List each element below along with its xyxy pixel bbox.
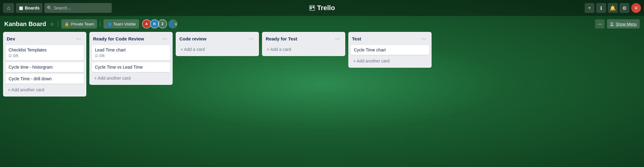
boards-button[interactable]: ▦ Boards [16,3,43,13]
show-menu-label: Show Menu [616,22,637,26]
card-c5[interactable]: Cycle Time vs Lead Time [92,62,170,72]
user-avatar[interactable]: U [631,3,641,13]
list-menu-ready-for-code-review[interactable]: ··· [161,35,169,43]
list-header-test: Test··· [351,34,429,43]
list-code-review: Code review···+ Add a card [176,32,259,56]
list-header-ready-for-test: Ready for Test··· [264,34,343,43]
search-input[interactable] [44,3,112,13]
home-button[interactable]: ⌂ [3,3,14,13]
add-card-inline-code-review[interactable]: + Add a card [178,45,256,54]
card-title-c6: Cycle Time chart [354,47,426,52]
member-count[interactable]: 2 [158,19,167,28]
info-button[interactable]: ℹ [596,3,606,13]
card-c4[interactable]: Lead Time chart☑0/6 [92,45,170,60]
visibility-label: Private Team [71,22,94,26]
list-header-code-review: Code review··· [178,34,256,43]
show-menu-icon: ☰ [610,22,614,26]
card-badge-c1: ☑0/6 [9,54,81,58]
svg-rect-2 [313,6,314,8]
list-title-dev: Dev [7,36,74,41]
add-card-button-dev[interactable]: + Add another card [6,85,84,94]
boards-icon: ▦ [19,6,23,10]
list-title-ready-for-test: Ready for Test [266,36,333,41]
add-card-inline-ready-for-test[interactable]: + Add a card [264,45,343,54]
notification-button[interactable]: 🔔 [608,3,618,13]
visibility-button[interactable]: 🔒 Private Team [61,19,97,28]
list-header-ready-for-code-review: Ready for Code Review··· [92,34,170,43]
board-header-right: ··· ☰ Show Menu [595,19,640,28]
ellipsis-button[interactable]: ··· [595,19,605,28]
add-button[interactable]: + [585,3,594,13]
checklist-icon: ☑ [9,54,12,58]
svg-rect-1 [310,6,312,9]
list-title-code-review: Code review [179,36,247,41]
board-header: Kanban Board ☆ 🔒 Private Team 👥 Team Vis… [0,16,644,32]
card-c1[interactable]: Checklist Templates☑0/6 [6,45,84,60]
list-menu-test[interactable]: ··· [420,35,428,43]
checklist-icon: ☑ [95,54,98,58]
members-group: A B 2 👤+ [142,19,178,28]
list-ready-for-code-review: Ready for Code Review···Lead Time chart☑… [89,32,173,85]
badge-text: 0/6 [13,54,18,58]
list-title-ready-for-code-review: Ready for Code Review [93,36,161,41]
list-header-dev: Dev··· [6,34,84,43]
card-title-c2: Cycle time - historgram [9,65,81,70]
list-menu-ready-for-test[interactable]: ··· [333,35,342,43]
topbar-right: + ℹ 🔔 ⚙ U [585,3,641,13]
boards-label: Boards [25,6,39,10]
list-menu-dev[interactable]: ··· [74,35,83,43]
add-card-button-test[interactable]: + Add another card [351,57,429,65]
list-dev: Dev···Checklist Templates☑0/6Cycle time … [3,32,86,97]
trello-logo-text: Trello [317,4,335,12]
card-title-c4: Lead Time chart [95,47,167,52]
card-c6[interactable]: Cycle Time chart [351,45,429,55]
star-button[interactable]: ☆ [49,21,55,28]
show-menu-button[interactable]: ☰ Show Menu [607,19,640,28]
card-badge-c4: ☑0/6 [95,54,167,58]
board-title: Kanban Board [4,21,46,28]
card-title-c1: Checklist Templates [9,47,81,52]
topbar: ⌂ ▦ Boards 🔍 Trello + ℹ 🔔 ⚙ U [0,0,644,16]
header-divider [58,21,58,27]
add-card-button-ready-for-code-review[interactable]: + Add another card [92,74,170,82]
lock-icon: 🔒 [64,22,69,26]
badge-text: 0/6 [99,54,105,58]
card-c3[interactable]: Cycle Time - drill down [6,74,84,84]
list-ready-for-test: Ready for Test···+ Add a card [262,32,345,56]
team-visible-label: Team Visible [113,22,136,26]
card-title-c3: Cycle Time - drill down [9,76,81,81]
add-member-button[interactable]: 👤+ [168,19,178,28]
search-wrap: 🔍 [44,3,112,13]
settings-button[interactable]: ⚙ [620,3,629,13]
list-title-test: Test [352,36,420,41]
list-menu-code-review[interactable]: ··· [247,35,255,43]
card-title-c5: Cycle Time vs Lead Time [95,65,167,70]
trello-logo: Trello [309,4,335,12]
team-visible-button[interactable]: 👥 Team Visible [103,19,139,28]
board-lists: Dev···Checklist Templates☑0/6Cycle time … [0,32,644,100]
trello-logo-icon [309,5,315,11]
header-divider-2 [100,21,100,27]
list-test: Test···Cycle Time chart+ Add another car… [348,32,432,68]
people-icon: 👥 [107,22,111,26]
card-c2[interactable]: Cycle time - historgram [6,62,84,72]
